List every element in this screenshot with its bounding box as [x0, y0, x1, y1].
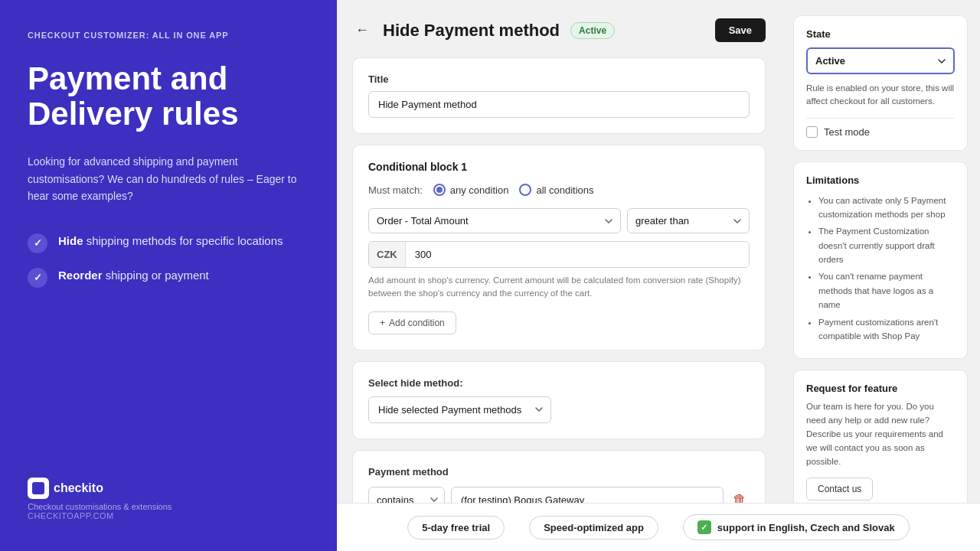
sidebar-feature-hide: Hide shipping methods for specific locat… [28, 233, 309, 253]
sidebar-footer-sub: Checkout customisations & extensions [28, 502, 309, 511]
radio-all-label: all conditions [536, 184, 593, 196]
content-inner: ← Hide Payment method Active Save Title … [337, 0, 980, 551]
amount-hint-text: Add amount in shop's currency. Current a… [368, 274, 750, 301]
radio-any-condition[interactable]: any condition [433, 184, 509, 196]
sidebar-feature-hide-text: Hide shipping methods for specific locat… [58, 233, 283, 250]
hide-method-label: Select hide method: [368, 377, 750, 389]
request-title: Request for feature [806, 383, 955, 394]
back-button[interactable]: ← [352, 19, 372, 41]
request-section: Request for feature Our team is here for… [793, 370, 968, 505]
check-icon-reorder [28, 268, 47, 288]
test-mode-row: Test mode [806, 126, 955, 138]
bottom-bar: 5-day free trial Speed-optimized app ✓ s… [337, 503, 980, 551]
back-arrow-icon: ← [355, 22, 369, 38]
plus-icon: + [380, 318, 385, 328]
state-label: State [806, 28, 955, 40]
state-info: Rule is enabled on your store, this will… [806, 82, 955, 109]
state-select[interactable]: Active Inactive [806, 47, 955, 74]
title-input[interactable] [368, 91, 750, 118]
sidebar-description: Looking for advanced shipping and paymen… [28, 153, 309, 204]
support-check-icon: ✓ [697, 520, 711, 534]
feature-reorder-bold: Reorder [58, 269, 103, 282]
right-panel: State Active Inactive Rule is enabled on… [781, 0, 980, 505]
order-field-select[interactable]: Order - Total Amount [368, 208, 621, 233]
limitation-item-4: Payment customizations aren't compatible… [818, 315, 955, 344]
check-icon-hide [28, 233, 47, 253]
must-match-row: Must match: any condition all conditions [368, 184, 750, 196]
radio-any-icon [433, 184, 446, 196]
radio-all-conditions[interactable]: all conditions [519, 184, 593, 196]
limitations-title: Limitations [806, 174, 955, 186]
hide-method-select[interactable]: Hide selected Payment methods Show selec… [368, 396, 551, 423]
test-mode-checkbox[interactable] [806, 126, 818, 138]
divider [806, 118, 955, 119]
title-card: Title [352, 57, 766, 134]
sidebar-feature-reorder: Reorder shipping or payment [28, 267, 309, 288]
amount-input[interactable] [406, 242, 749, 267]
feature-reorder-rest: shipping or payment [103, 269, 209, 282]
sidebar-url: CHECKITOAPP.COM [28, 511, 309, 520]
state-section: State Active Inactive Rule is enabled on… [793, 15, 968, 151]
logo-icon-inner [32, 482, 44, 494]
payment-method-section-title: Payment method [368, 466, 750, 478]
payment-method-card: Payment method contains 🗑 + + Add Paymen… [352, 450, 766, 506]
center-content: ← Hide Payment method Active Save Title … [337, 0, 781, 505]
logo-text: checkito [54, 481, 103, 495]
feature-hide-bold: Hide [58, 234, 83, 247]
page-header: ← Hide Payment method Active Save [352, 18, 766, 42]
limitations-list: You can activate only 5 Payment customiz… [806, 194, 955, 344]
limitations-section: Limitations You can activate only 5 Paym… [793, 161, 968, 360]
limitation-item-2: The Payment Customization doesn't curren… [818, 224, 955, 266]
operator-select[interactable]: greater than [627, 208, 750, 233]
page-title: Hide Payment method [383, 21, 560, 41]
title-field-label: Title [368, 73, 750, 85]
logo: checkito [28, 478, 309, 499]
sidebar-top-label: Checkout Customizer: All in One App [28, 31, 309, 40]
request-description: Our team is here for you. Do you need an… [806, 400, 955, 468]
active-badge: Active [570, 22, 615, 39]
contact-us-button[interactable]: Contact us [806, 478, 873, 500]
logo-icon [28, 478, 49, 499]
must-match-label: Must match: [368, 184, 423, 196]
sidebar-feature-reorder-text: Reorder shipping or payment [58, 267, 209, 285]
condition-row: Order - Total Amount greater than [368, 208, 750, 233]
add-condition-button[interactable]: + Add condition [368, 311, 456, 334]
save-button[interactable]: Save [715, 18, 766, 42]
amount-prefix-container: CZK [368, 241, 750, 268]
add-condition-label: Add condition [389, 318, 445, 328]
amount-input-row: CZK [368, 241, 750, 268]
support-badge: ✓ support in English, Czech and Slovak [683, 514, 910, 540]
sidebar-title: Payment and Delivery rules [28, 61, 309, 132]
support-label: support in English, Czech and Slovak [717, 522, 895, 533]
radio-any-label: any condition [450, 184, 509, 196]
limitation-item-3: You can't rename payment methods that ha… [818, 269, 955, 311]
currency-label: CZK [369, 242, 406, 267]
feature-hide-rest: shipping methods for specific locations [83, 234, 283, 247]
trial-badge: 5-day free trial [407, 516, 505, 540]
radio-all-icon [519, 184, 531, 196]
main-area: ← Hide Payment method Active Save Title … [337, 0, 980, 551]
content-wrapper: ← Hide Payment method Active Save Title … [337, 0, 980, 551]
sidebar: Checkout Customizer: All in One App Paym… [0, 0, 337, 551]
test-mode-label: Test mode [824, 126, 870, 138]
limitation-item-1: You can activate only 5 Payment customiz… [818, 194, 955, 222]
conditional-block-title: Conditional block 1 [368, 161, 750, 173]
conditional-block-card: Conditional block 1 Must match: any cond… [352, 145, 766, 350]
speed-badge: Speed-optimized app [529, 516, 658, 540]
hide-method-card: Select hide method: Hide selected Paymen… [352, 361, 766, 439]
